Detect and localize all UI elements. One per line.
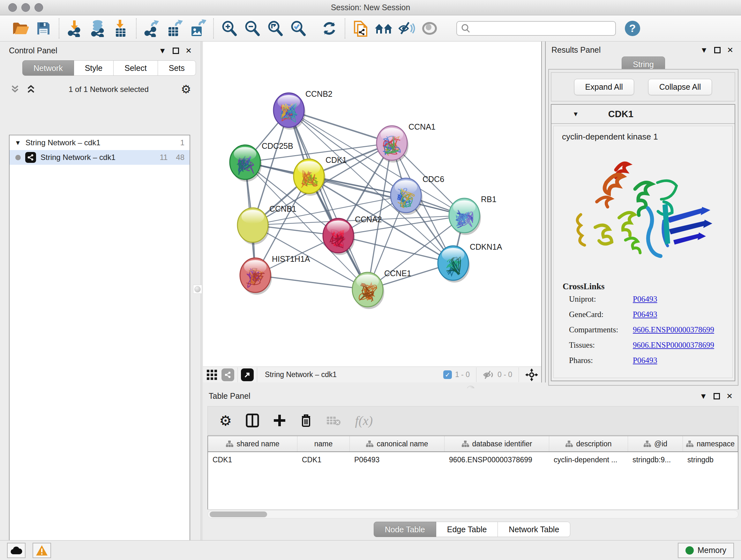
collapse-all-button[interactable]: Collapse All: [648, 79, 712, 95]
column-header-namespace[interactable]: namespace: [683, 436, 738, 451]
edge-HIST1H1A-CCNE1[interactable]: [255, 275, 367, 290]
import-network-database-button[interactable]: [86, 18, 109, 39]
export-network-file-button[interactable]: [140, 18, 163, 39]
tab-select[interactable]: Select: [114, 60, 158, 76]
tab-style[interactable]: Style: [74, 60, 114, 76]
column-header-shared-name[interactable]: shared name: [208, 436, 297, 451]
network-collection-row[interactable]: ▼ String Network – cdk1 1: [10, 135, 190, 150]
zoom-fit-button[interactable]: [264, 18, 286, 39]
zoom-out-button[interactable]: [241, 18, 264, 39]
import-table-button[interactable]: [109, 18, 132, 39]
node-label: CCNB2: [306, 89, 333, 98]
left-splitter-handle[interactable]: [193, 285, 202, 294]
panel-close-icon[interactable]: ✕: [726, 392, 733, 401]
import-network-file-button[interactable]: [63, 18, 86, 39]
expand-all-networks-icon[interactable]: [25, 84, 37, 94]
results-panel-title: Results Panel: [551, 45, 601, 55]
column-header-name[interactable]: name: [297, 436, 350, 451]
selected-counts: 1 - 0: [455, 370, 470, 379]
create-column-plus-icon[interactable]: [273, 414, 286, 427]
table-row[interactable]: CDK1CDK1P064939606.ENSP00000378699cyclin…: [208, 452, 738, 468]
column-type-icon: [643, 440, 651, 448]
collapse-triangle-icon[interactable]: ▼: [572, 111, 579, 118]
panel-float-icon[interactable]: ▼: [158, 46, 166, 55]
export-image-button[interactable]: [186, 18, 209, 39]
right-splitter[interactable]: [541, 42, 546, 388]
column-header--id[interactable]: @id: [628, 436, 683, 451]
warning-status-button[interactable]: [32, 543, 51, 558]
panel-float-icon[interactable]: ▼: [699, 392, 707, 401]
memory-status-dot: [685, 546, 694, 555]
cloud-status-button[interactable]: [7, 543, 25, 558]
collapse-all-networks-icon[interactable]: [10, 84, 20, 94]
show-hide-graphics-button[interactable]: [395, 18, 418, 39]
node-ccnb1[interactable]: CCNB1: [238, 204, 296, 245]
cloud-icon: [10, 546, 22, 555]
zoom-selected-button[interactable]: [286, 18, 310, 39]
network-row[interactable]: String Network – cdk1 11 48: [10, 150, 190, 165]
delete-column-trash-icon[interactable]: [300, 414, 312, 428]
node-rb1[interactable]: RB1: [449, 195, 496, 235]
string-badge-icon[interactable]: [221, 368, 234, 381]
search-input[interactable]: [473, 24, 611, 33]
panel-close-icon[interactable]: ✕: [727, 46, 733, 55]
search-icon: [461, 23, 470, 33]
node-ccne1[interactable]: CCNE1: [352, 269, 411, 309]
node-table[interactable]: shared namenamecanonical namedatabase id…: [207, 435, 738, 509]
export-table-button[interactable]: [163, 18, 186, 39]
crosslink-value-link[interactable]: P06493: [633, 295, 657, 304]
panel-float-icon[interactable]: ▼: [700, 46, 708, 55]
panel-maximize-icon[interactable]: [714, 47, 721, 53]
export-image-icon: [190, 19, 206, 37]
crosslink-value-link[interactable]: P06493: [633, 310, 657, 319]
hidden-elements-icon[interactable]: [483, 370, 494, 380]
network-graph[interactable]: CCNB2CCNA1CDC25BCDK1CDC6RB1CCNB1CCNA2CDK…: [203, 42, 541, 367]
birds-eye-view-icon[interactable]: [206, 369, 218, 381]
node-cdk1[interactable]: CDK1: [293, 155, 347, 196]
toolbar-search[interactable]: [456, 21, 616, 36]
help-button[interactable]: ?: [621, 18, 644, 39]
crosslink-value-link[interactable]: 9606.ENSP00000378699: [633, 341, 714, 350]
pan-mode-icon[interactable]: [525, 368, 538, 381]
tab-sets[interactable]: Sets: [158, 60, 196, 76]
column-header-canonical-name[interactable]: canonical name: [350, 436, 445, 451]
node-hist1h1a[interactable]: HIST1H1A: [240, 254, 310, 295]
column-header-description[interactable]: description: [549, 436, 628, 451]
tab-node-table[interactable]: Node Table: [374, 522, 436, 537]
tab-network[interactable]: Network: [22, 60, 74, 76]
collapse-triangle-icon[interactable]: ▼: [15, 139, 21, 146]
home-networks-button[interactable]: [372, 18, 395, 39]
panel-maximize-icon[interactable]: [173, 48, 179, 54]
node-cdkn1a[interactable]: CDKN1A: [438, 242, 502, 283]
tab-edge-table[interactable]: Edge Table: [436, 522, 498, 537]
table-settings-gear-icon[interactable]: ⚙: [219, 413, 232, 429]
gene-header-row[interactable]: ▼ CDK1: [551, 105, 735, 124]
open-session-button[interactable]: [9, 18, 32, 39]
edge-CCNA2-CDKN1A[interactable]: [338, 236, 453, 263]
copy-network-button[interactable]: [349, 18, 372, 39]
node-ccna1[interactable]: CCNA1: [377, 122, 435, 163]
refresh-view-button[interactable]: [318, 18, 341, 39]
scrollbar-thumb[interactable]: [210, 511, 267, 517]
tab-network-table[interactable]: Network Table: [498, 522, 570, 537]
panel-close-icon[interactable]: ✕: [185, 46, 192, 55]
table-horizontal-scrollbar[interactable]: [207, 510, 738, 518]
panel-maximize-icon[interactable]: [714, 393, 720, 399]
crosslink-value-link[interactable]: 9606.ENSP00000378699: [633, 325, 714, 334]
open-in-browser-icon[interactable]: [241, 368, 254, 381]
memory-button[interactable]: Memory: [678, 543, 734, 558]
network-canvas[interactable]: CCNB2CCNA1CDC25BCDK1CDC6RB1CCNB1CCNA2CDK…: [203, 42, 541, 367]
highlight-button[interactable]: [418, 18, 441, 39]
gene-name: CDK1: [608, 109, 633, 119]
crosslink-value-link[interactable]: P06493: [633, 356, 657, 365]
network-view-toolbar: String Network – cdk1 ✓ 1 - 0 0 - 0: [203, 367, 541, 382]
show-columns-icon[interactable]: [246, 414, 259, 428]
expand-all-button[interactable]: Expand All: [574, 79, 634, 95]
selected-nodes-checkbox[interactable]: ✓: [443, 370, 452, 379]
column-header-database-identifier[interactable]: database identifier: [445, 436, 549, 451]
import-table-icon: [113, 19, 128, 37]
zoom-in-button[interactable]: [218, 18, 241, 39]
gear-icon[interactable]: ⚙: [181, 83, 191, 96]
save-session-button[interactable]: [32, 18, 55, 39]
table-panel: Table Panel ▼ ✕ ⚙ f(x) shared namenameca…: [203, 388, 741, 540]
